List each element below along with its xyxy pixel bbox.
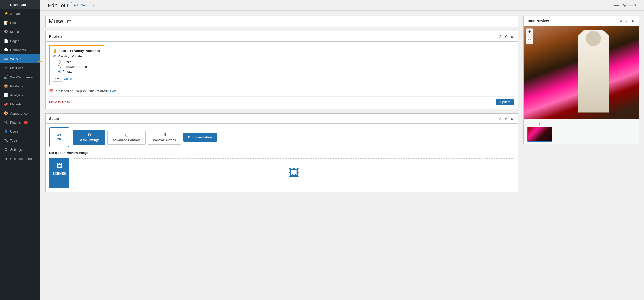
radio-password-input[interactable] [58,65,61,68]
visibility-label: Visibility: [58,54,70,58]
publish-collapse-down-button[interactable]: ∨ [504,34,508,39]
sidebar-item-label-comments: Comments [10,48,26,52]
setup-panel-title: Setup [49,117,59,121]
preview-image-upload-area[interactable]: 🖼 [73,158,514,188]
documentation-button[interactable]: Documentation [183,133,217,142]
sidebar-item-plugins[interactable]: 🔌 Plugins 4 [0,118,40,127]
sidebar-item-label-collapse: Collapse menu [10,157,32,161]
status-value: Privately Published [70,49,100,53]
preview-collapse-down-button[interactable]: ∨ [625,18,629,23]
publish-collapse-up-button[interactable]: ∧ [498,34,502,39]
sidebar-item-posts[interactable]: 📝 Posts [0,18,40,27]
setup-collapse-down-button[interactable]: ∨ [504,116,508,121]
setup-panel-body: WPVR ⚙ Basic Settings ⊞ Advanced Control… [46,124,518,192]
sidebar-item-users[interactable]: 👤 Users [0,127,40,136]
wpvr-logo: WPVR [49,127,69,147]
setup-tabs-row: ⚙ Basic Settings ⊞ Advanced Controls ⠿ C… [73,130,217,145]
radio-private-input[interactable] [58,70,61,73]
sidebar-item-label-plugins: Plugins [10,121,21,124]
jetpack-icon: ⚡ [4,11,8,16]
thumb-number: 1 [539,122,541,126]
sidebar-item-analytics[interactable]: 📊 Analytics [0,91,40,100]
scenes-button[interactable]: 🖼 SCENES [49,158,69,188]
zoom-in-button[interactable]: + [526,29,533,35]
radio-public-option[interactable]: Public [58,60,101,64]
sidebar-item-settings[interactable]: ⚙ Settings [0,145,40,154]
sidebar-item-mailpoet[interactable]: ✉ MailPoet [0,63,40,72]
tour-title-input[interactable] [45,16,518,27]
add-new-tour-button[interactable]: Add New Tour [71,2,97,8]
sidebar-item-label-woocommerce: WooCommerce [10,75,33,79]
preview-collapse-up-button[interactable]: ∧ [619,18,623,23]
radio-password-option[interactable]: Password protected [58,65,101,69]
sidebar-item-pages[interactable]: 📄 Pages [0,36,40,45]
comments-icon: 💬 [4,48,8,52]
basic-settings-icon: ⚙ [87,133,91,137]
sidebar-item-label-jetpack: Jetpack [10,12,21,16]
radio-private-option[interactable]: Private [58,70,101,73]
sidebar-item-products[interactable]: 📦 Products [0,82,40,91]
eye-icon: 👁 [53,54,56,58]
visibility-radio-group: Public Password protected Private [58,60,101,73]
radio-public-label: Public [62,60,71,64]
mailpoet-icon: ✉ [4,66,8,70]
edit-date-link[interactable]: Edit [110,89,116,93]
move-to-trash-link[interactable]: Move to Trash [49,100,70,104]
sidebar-item-collapse[interactable]: ◀ Collapse menu [0,154,40,163]
setup-close-button[interactable]: ▲ [509,116,514,121]
sidebar-item-label-analytics: Analytics [10,93,23,97]
radio-password-label: Password protected [62,65,91,69]
preview-close-button[interactable]: ▲ [630,19,635,23]
tour-preview-panel: Tour Preview ∧ ∨ ▲ [523,16,639,144]
basic-settings-tab[interactable]: ⚙ Basic Settings [73,130,105,145]
fullscreen-button[interactable]: ⛶ [526,38,533,44]
sidebar-item-label-settings: Settings [10,148,22,152]
sidebar-item-comments[interactable]: 💬 Comments [0,45,40,54]
settings-icon: ⚙ [4,147,8,152]
sidebar-item-label-media: Media [10,30,19,34]
sidebar-item-woocommerce[interactable]: 🛒 WooCommerce [0,72,40,82]
tools-icon: 🔧 [4,138,8,143]
content-area: Publish ∧ ∨ ▲ 🔒 Status: Privately Publis… [40,11,644,300]
sidebar-item-label-users: Users [10,130,19,133]
sidebar-item-tools[interactable]: 🔧 Tools [0,136,40,145]
advanced-controls-tab[interactable]: ⊞ Advanced Controls [107,130,146,145]
screen-options-button[interactable]: Screen Options ▼ [608,2,639,8]
radio-public-input[interactable] [58,60,61,64]
published-date-row: 📅 Published on: Sep 22, 2023 at 06:30 Ed… [49,89,514,93]
cancel-button[interactable]: Cancel [64,76,73,82]
edit-tour-label: Edit Tour [48,2,69,8]
sidebar-item-wpvr[interactable]: 🥽 WP VR [0,54,40,63]
scenes-area: 🖼 SCENES 🖼 [49,158,514,188]
plugins-badge: 4 [24,121,28,124]
publish-panel-body: 🔒 Status: Privately Published 👁 Visibili… [46,42,518,109]
ok-button[interactable]: OK [53,76,62,82]
sidebar-item-dashboard[interactable]: ⊞ Dashboard [0,0,40,9]
sidebar-item-appearance[interactable]: 🎨 Appearance [0,109,40,118]
dress-preview [571,30,616,113]
thumbnail-item[interactable]: 1 [527,122,552,142]
topbar: Edit Tour Add New Tour Screen Options ▼ [40,0,644,11]
sidebar-item-jetpack[interactable]: ⚡ Jetpack [0,9,40,18]
lock-icon: 🔒 [53,49,57,53]
control-buttons-tab[interactable]: ⠿ Control Buttons [148,130,181,145]
publish-panel: Publish ∧ ∨ ▲ 🔒 Status: Privately Publis… [45,31,518,109]
setup-collapse-up-button[interactable]: ∧ [498,116,502,121]
radio-private-label: Private [62,70,72,73]
advanced-controls-icon: ⊞ [125,133,128,137]
sidebar-item-marketing[interactable]: 📣 Marketing [0,100,40,109]
update-button[interactable]: Update [496,99,514,105]
users-icon: 👤 [4,129,8,134]
advanced-controls-label: Advanced Controls [113,138,140,142]
media-icon: 🖼 [4,29,8,34]
preview-image-label: Set a Tour Preview Image : [49,151,514,155]
published-on-label: Published on: [55,89,74,93]
pages-icon: 📄 [4,39,8,43]
setup-panel: Setup ∧ ∨ ▲ WPVR ⚙ [45,113,518,192]
publish-close-button[interactable]: ▲ [509,34,514,39]
sidebar-item-media[interactable]: 🖼 Media [0,27,40,36]
posts-icon: 📝 [4,20,8,25]
tour-preview-image [524,26,639,119]
woocommerce-icon: 🛒 [4,75,8,79]
analytics-icon: 📊 [4,93,8,97]
